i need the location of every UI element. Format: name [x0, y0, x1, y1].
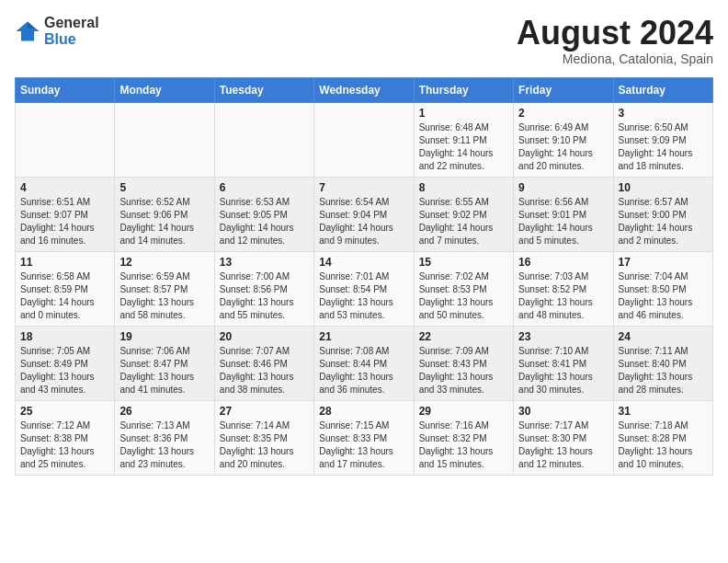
- calendar-cell: 3Sunrise: 6:50 AM Sunset: 9:09 PM Daylig…: [613, 102, 712, 177]
- day-info: Sunrise: 7:05 AM Sunset: 8:49 PM Dayligh…: [20, 345, 109, 396]
- day-number: 8: [419, 181, 508, 194]
- day-number: 2: [518, 107, 608, 120]
- day-number: 10: [619, 181, 708, 194]
- calendar-week-row: 4Sunrise: 6:51 AM Sunset: 9:07 PM Daylig…: [16, 177, 713, 251]
- day-number: 17: [619, 256, 708, 269]
- day-number: 28: [319, 405, 408, 418]
- calendar-cell: 1Sunrise: 6:48 AM Sunset: 9:11 PM Daylig…: [414, 102, 513, 177]
- calendar-cell: 13Sunrise: 7:00 AM Sunset: 8:56 PM Dayli…: [214, 251, 313, 326]
- day-info: Sunrise: 6:56 AM Sunset: 9:01 PM Dayligh…: [518, 196, 608, 247]
- calendar-cell: 9Sunrise: 6:56 AM Sunset: 9:01 PM Daylig…: [514, 177, 613, 251]
- day-info: Sunrise: 6:48 AM Sunset: 9:11 PM Dayligh…: [419, 121, 508, 173]
- weekday-header-friday: Friday: [514, 77, 613, 102]
- logo-text: General Blue: [44, 15, 99, 47]
- day-info: Sunrise: 7:01 AM Sunset: 8:54 PM Dayligh…: [319, 270, 408, 322]
- calendar-table: SundayMondayTuesdayWednesdayThursdayFrid…: [15, 77, 713, 476]
- calendar-cell: 25Sunrise: 7:12 AM Sunset: 8:38 PM Dayli…: [16, 400, 115, 475]
- calendar-cell: 29Sunrise: 7:16 AM Sunset: 8:32 PM Dayli…: [414, 400, 513, 475]
- day-info: Sunrise: 7:07 AM Sunset: 8:46 PM Dayligh…: [220, 345, 309, 396]
- day-info: Sunrise: 7:17 AM Sunset: 8:30 PM Dayligh…: [518, 419, 608, 471]
- weekday-header-sunday: Sunday: [16, 77, 115, 102]
- day-info: Sunrise: 6:49 AM Sunset: 9:10 PM Dayligh…: [518, 121, 608, 173]
- day-info: Sunrise: 6:52 AM Sunset: 9:06 PM Dayligh…: [119, 196, 209, 247]
- day-info: Sunrise: 7:16 AM Sunset: 8:32 PM Dayligh…: [419, 419, 508, 471]
- day-number: 22: [419, 330, 508, 343]
- logo: General Blue: [15, 15, 99, 47]
- calendar-cell: 2Sunrise: 6:49 AM Sunset: 9:10 PM Daylig…: [514, 102, 613, 177]
- logo-icon: [15, 18, 40, 44]
- day-number: 4: [20, 181, 109, 194]
- day-number: 25: [20, 405, 109, 418]
- day-number: 6: [220, 181, 309, 194]
- location-subtitle: Mediona, Catalonia, Spain: [517, 52, 713, 66]
- day-number: 7: [319, 181, 408, 194]
- day-number: 3: [619, 107, 708, 120]
- calendar-cell: 8Sunrise: 6:55 AM Sunset: 9:02 PM Daylig…: [414, 177, 513, 251]
- day-number: 19: [119, 330, 209, 343]
- day-info: Sunrise: 7:11 AM Sunset: 8:40 PM Dayligh…: [619, 345, 708, 396]
- calendar-cell: [16, 102, 115, 177]
- calendar-cell: 14Sunrise: 7:01 AM Sunset: 8:54 PM Dayli…: [314, 251, 414, 326]
- calendar-cell: 5Sunrise: 6:52 AM Sunset: 9:06 PM Daylig…: [115, 177, 214, 251]
- day-number: 11: [20, 256, 109, 269]
- calendar-cell: 19Sunrise: 7:06 AM Sunset: 8:47 PM Dayli…: [115, 326, 214, 400]
- calendar-week-row: 18Sunrise: 7:05 AM Sunset: 8:49 PM Dayli…: [16, 326, 713, 400]
- weekday-header-saturday: Saturday: [613, 77, 712, 102]
- day-number: 9: [518, 181, 608, 194]
- day-info: Sunrise: 7:00 AM Sunset: 8:56 PM Dayligh…: [220, 270, 309, 322]
- month-year-title: August 2024: [517, 15, 713, 52]
- calendar-week-row: 1Sunrise: 6:48 AM Sunset: 9:11 PM Daylig…: [16, 102, 713, 177]
- calendar-cell: 24Sunrise: 7:11 AM Sunset: 8:40 PM Dayli…: [613, 326, 712, 400]
- calendar-cell: 11Sunrise: 6:58 AM Sunset: 8:59 PM Dayli…: [16, 251, 115, 326]
- calendar-cell: 4Sunrise: 6:51 AM Sunset: 9:07 PM Daylig…: [16, 177, 115, 251]
- calendar-cell: [314, 102, 414, 177]
- day-number: 12: [119, 256, 209, 269]
- calendar-cell: 10Sunrise: 6:57 AM Sunset: 9:00 PM Dayli…: [613, 177, 712, 251]
- calendar-cell: 31Sunrise: 7:18 AM Sunset: 8:28 PM Dayli…: [613, 400, 712, 475]
- day-number: 29: [419, 405, 508, 418]
- day-info: Sunrise: 6:53 AM Sunset: 9:05 PM Dayligh…: [220, 196, 309, 247]
- day-info: Sunrise: 7:06 AM Sunset: 8:47 PM Dayligh…: [119, 345, 209, 396]
- calendar-cell: 26Sunrise: 7:13 AM Sunset: 8:36 PM Dayli…: [115, 400, 214, 475]
- day-info: Sunrise: 7:10 AM Sunset: 8:41 PM Dayligh…: [518, 345, 608, 396]
- calendar-cell: [115, 102, 214, 177]
- day-info: Sunrise: 6:51 AM Sunset: 9:07 PM Dayligh…: [20, 196, 109, 247]
- day-number: 13: [220, 256, 309, 269]
- day-info: Sunrise: 6:55 AM Sunset: 9:02 PM Dayligh…: [419, 196, 508, 247]
- day-info: Sunrise: 6:50 AM Sunset: 9:09 PM Dayligh…: [619, 121, 708, 173]
- day-number: 5: [119, 181, 209, 194]
- day-info: Sunrise: 6:58 AM Sunset: 8:59 PM Dayligh…: [20, 270, 109, 322]
- day-info: Sunrise: 6:57 AM Sunset: 9:00 PM Dayligh…: [619, 196, 708, 247]
- day-number: 14: [319, 256, 408, 269]
- weekday-header-wednesday: Wednesday: [314, 77, 414, 102]
- day-info: Sunrise: 6:59 AM Sunset: 8:57 PM Dayligh…: [119, 270, 209, 322]
- calendar-cell: 17Sunrise: 7:04 AM Sunset: 8:50 PM Dayli…: [613, 251, 712, 326]
- day-info: Sunrise: 7:03 AM Sunset: 8:52 PM Dayligh…: [518, 270, 608, 322]
- day-number: 24: [619, 330, 708, 343]
- day-info: Sunrise: 7:12 AM Sunset: 8:38 PM Dayligh…: [20, 419, 109, 471]
- day-info: Sunrise: 7:09 AM Sunset: 8:43 PM Dayligh…: [419, 345, 508, 396]
- day-info: Sunrise: 7:18 AM Sunset: 8:28 PM Dayligh…: [619, 419, 708, 471]
- calendar-cell: 18Sunrise: 7:05 AM Sunset: 8:49 PM Dayli…: [16, 326, 115, 400]
- calendar-cell: 27Sunrise: 7:14 AM Sunset: 8:35 PM Dayli…: [214, 400, 313, 475]
- calendar-cell: 6Sunrise: 6:53 AM Sunset: 9:05 PM Daylig…: [214, 177, 313, 251]
- logo-general-label: General: [44, 15, 99, 31]
- calendar-cell: 23Sunrise: 7:10 AM Sunset: 8:41 PM Dayli…: [514, 326, 613, 400]
- calendar-week-row: 25Sunrise: 7:12 AM Sunset: 8:38 PM Dayli…: [16, 400, 713, 475]
- day-number: 1: [419, 107, 508, 120]
- weekday-header-row: SundayMondayTuesdayWednesdayThursdayFrid…: [16, 77, 713, 102]
- day-number: 16: [518, 256, 608, 269]
- page-header: General Blue August 2024 Mediona, Catalo…: [15, 15, 713, 66]
- day-number: 30: [518, 405, 608, 418]
- day-number: 31: [619, 405, 708, 418]
- calendar-cell: 21Sunrise: 7:08 AM Sunset: 8:44 PM Dayli…: [314, 326, 414, 400]
- calendar-cell: 28Sunrise: 7:15 AM Sunset: 8:33 PM Dayli…: [314, 400, 414, 475]
- title-block: August 2024 Mediona, Catalonia, Spain: [517, 15, 713, 66]
- day-info: Sunrise: 6:54 AM Sunset: 9:04 PM Dayligh…: [319, 196, 408, 247]
- calendar-week-row: 11Sunrise: 6:58 AM Sunset: 8:59 PM Dayli…: [16, 251, 713, 326]
- weekday-header-tuesday: Tuesday: [214, 77, 313, 102]
- calendar-cell: 20Sunrise: 7:07 AM Sunset: 8:46 PM Dayli…: [214, 326, 313, 400]
- day-number: 20: [220, 330, 309, 343]
- calendar-cell: 7Sunrise: 6:54 AM Sunset: 9:04 PM Daylig…: [314, 177, 414, 251]
- calendar-cell: 15Sunrise: 7:02 AM Sunset: 8:53 PM Dayli…: [414, 251, 513, 326]
